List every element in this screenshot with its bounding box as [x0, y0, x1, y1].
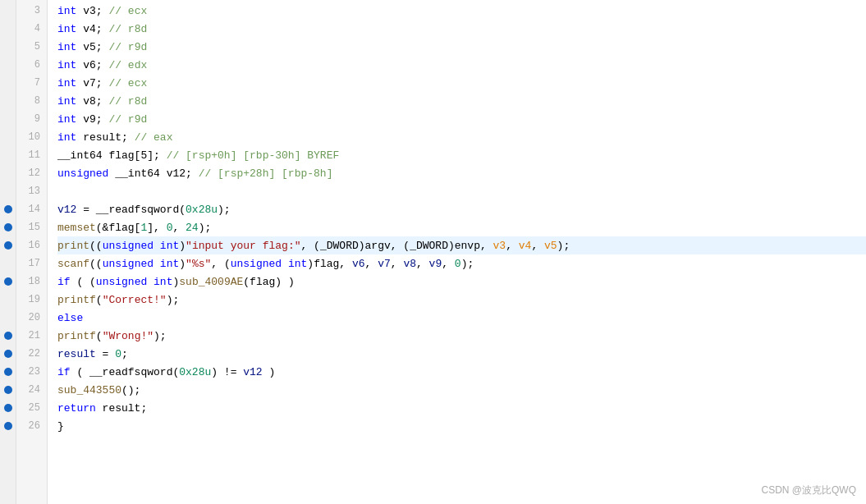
- code-line: int v7; // ecx: [57, 74, 866, 92]
- line-number: 13: [16, 182, 40, 200]
- breakpoint-row[interactable]: [0, 291, 16, 309]
- editor-container: 3456789101112131415161718192021222324252…: [0, 0, 866, 504]
- breakpoint-row[interactable]: [0, 327, 16, 345]
- line-number: 12: [16, 164, 40, 182]
- code-area: 3456789101112131415161718192021222324252…: [0, 0, 866, 504]
- breakpoint-row[interactable]: [0, 218, 16, 236]
- breakpoint-row[interactable]: [0, 381, 16, 399]
- code-line: memset(&flag[1], 0, 24);: [57, 218, 866, 236]
- breakpoint-row[interactable]: [0, 74, 16, 92]
- breakpoint-dot: [4, 386, 12, 394]
- code-line: int result; // eax: [57, 128, 866, 146]
- breakpoint-row[interactable]: [0, 417, 16, 435]
- breakpoint-row[interactable]: [0, 363, 16, 381]
- line-number: 19: [16, 291, 40, 309]
- breakpoint-row[interactable]: [0, 182, 16, 200]
- line-number: 7: [16, 74, 40, 92]
- code-line: v12 = __readfsqword(0x28u);: [57, 200, 866, 218]
- code-line: }: [57, 417, 866, 435]
- code-line: scanf((unsigned int)"%s", (unsigned int)…: [57, 254, 866, 273]
- breakpoint-row[interactable]: [0, 254, 16, 273]
- line-number: 17: [16, 254, 40, 273]
- breakpoint-row[interactable]: [0, 128, 16, 146]
- code-line: __int64 flag[5]; // [rsp+0h] [rbp-30h] B…: [57, 146, 866, 164]
- breakpoint-row[interactable]: [0, 92, 16, 110]
- code-line: int v9; // r9d: [57, 110, 866, 128]
- breakpoint-row[interactable]: [0, 20, 16, 38]
- breakpoint-dot: [4, 368, 12, 376]
- breakpoint-dot: [4, 350, 12, 358]
- code-line: unsigned __int64 v12; // [rsp+28h] [rbp-…: [57, 164, 866, 182]
- line-numbers: 3456789101112131415161718192021222324252…: [16, 0, 48, 504]
- code-content[interactable]: int v3; // ecx int v4; // r8d int v5; //…: [48, 0, 866, 504]
- line-number: 3: [16, 2, 40, 20]
- line-number: 24: [16, 381, 40, 399]
- breakpoint-row[interactable]: [0, 38, 16, 56]
- line-number: 14: [16, 200, 40, 218]
- line-number: 25: [16, 399, 40, 417]
- code-line: if ( (unsigned int)sub_4009AE(flag) ): [57, 273, 866, 291]
- breakpoint-row[interactable]: [0, 2, 16, 20]
- code-line: printf("Correct!");: [57, 291, 866, 309]
- line-number: 23: [16, 363, 40, 381]
- breakpoint-gutter: [0, 0, 16, 504]
- breakpoint-dot: [4, 223, 12, 231]
- breakpoint-row[interactable]: [0, 309, 16, 327]
- watermark: CSDN @波克比QWQ: [761, 483, 856, 497]
- code-line: int v5; // r9d: [57, 38, 866, 56]
- breakpoint-dot: [4, 332, 12, 340]
- code-line: print((unsigned int)"input your flag:", …: [57, 236, 866, 254]
- code-line: if ( __readfsqword(0x28u) != v12 ): [57, 363, 866, 381]
- line-number: 21: [16, 327, 40, 345]
- line-number: 15: [16, 218, 40, 236]
- breakpoint-row[interactable]: [0, 110, 16, 128]
- code-line: result = 0;: [57, 345, 866, 363]
- breakpoint-row[interactable]: [0, 345, 16, 363]
- breakpoint-dot: [4, 241, 12, 250]
- breakpoint-dot: [4, 205, 12, 213]
- code-line: int v3; // ecx: [57, 2, 866, 20]
- code-line: printf("Wrong!");: [57, 327, 866, 345]
- breakpoint-row[interactable]: [0, 56, 16, 74]
- breakpoint-row[interactable]: [0, 146, 16, 164]
- line-number: 5: [16, 38, 40, 56]
- code-line: else: [57, 309, 866, 327]
- line-number: 18: [16, 273, 40, 291]
- breakpoint-dot: [4, 277, 12, 286]
- code-line: int v8; // r8d: [57, 92, 866, 110]
- line-number: 16: [16, 236, 40, 254]
- breakpoint-dot: [4, 422, 12, 430]
- code-line: int v6; // edx: [57, 56, 866, 74]
- line-number: 26: [16, 417, 40, 435]
- breakpoint-row[interactable]: [0, 200, 16, 218]
- line-number: 8: [16, 92, 40, 110]
- code-line: [57, 182, 866, 200]
- breakpoint-row[interactable]: [0, 164, 16, 182]
- code-line: return result;: [57, 399, 866, 417]
- line-number: 11: [16, 146, 40, 164]
- breakpoint-dot: [4, 404, 12, 412]
- line-number: 4: [16, 20, 40, 38]
- line-number: 6: [16, 56, 40, 74]
- breakpoint-row[interactable]: [0, 399, 16, 417]
- breakpoint-row[interactable]: [0, 273, 16, 291]
- line-number: 10: [16, 128, 40, 146]
- code-line: int v4; // r8d: [57, 20, 866, 38]
- line-number: 9: [16, 110, 40, 128]
- code-line: sub_443550();: [57, 381, 866, 399]
- line-number: 22: [16, 345, 40, 363]
- breakpoint-row[interactable]: [0, 236, 16, 254]
- line-number: 20: [16, 309, 40, 327]
